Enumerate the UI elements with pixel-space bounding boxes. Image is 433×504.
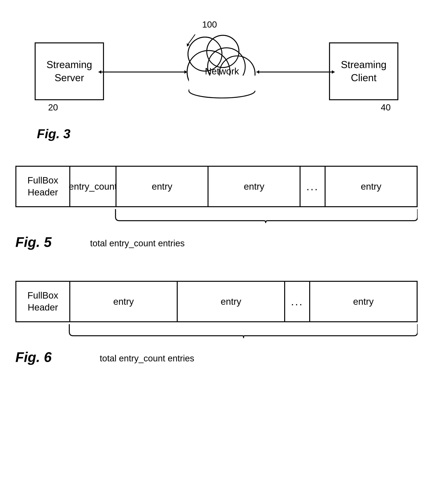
fig5-entry2-label: entry [244,181,264,192]
svg-marker-1 [187,43,190,47]
svg-point-5 [207,35,239,67]
fig5-entrycount-label: entry_count [69,181,117,192]
label-40: 40 [381,102,391,113]
fig5-label: Fig. 5 [15,234,52,250]
svg-point-7 [191,48,253,91]
fig5-dots-label: ... [306,180,319,193]
streaming-client-label: StreamingClient [341,58,387,84]
fig6-entry2-cell: entry [178,282,285,321]
label-60: 60 [212,88,222,98]
fig6-section: FullBoxHeader entry entry ... entry Fig. [15,281,418,365]
svg-point-10 [188,37,222,71]
fig5-entry-last-cell: entry [326,167,417,206]
fig6-dots-label: ... [291,295,303,308]
streaming-server-label: StreamingServer [47,58,92,84]
fig6-entry1-cell: entry [70,282,178,321]
svg-point-4 [188,37,222,71]
page-container: 100 StreamingServer 20 StreamingClient 4… [0,0,433,504]
fig5-brace-container [15,207,418,232]
fig5-entry-last-label: entry [361,181,381,192]
streaming-client-box: StreamingClient [329,42,398,100]
fig5-caption: total entry_count entries [90,238,185,248]
fig6-dots-cell: ... [285,282,310,321]
fig5-entry1-cell: entry [116,167,208,206]
svg-rect-13 [189,76,257,93]
svg-point-8 [187,51,230,93]
svg-point-14 [189,84,255,98]
fig6-fullbox-cell: FullBoxHeader [16,282,70,321]
svg-point-2 [187,51,230,93]
fig3-section: 100 StreamingServer 20 StreamingClient 4… [15,12,418,150]
svg-marker-21 [184,70,187,74]
svg-line-0 [188,34,195,44]
fig6-bottom-row: Fig. 6 total entry_count entries [15,347,418,365]
fig6-brace-svg [15,322,418,347]
fig5-box-row: FullBoxHeader entry_count entry entry ..… [15,166,418,207]
fig5-entry2-cell: entry [208,167,301,206]
streaming-server-box: StreamingServer [35,42,104,100]
fig5-fullbox-cell: FullBoxHeader [16,167,70,206]
fig5-entry1-label: entry [152,181,172,192]
fig6-brace-container [15,322,418,347]
fig6-caption: total entry_count entries [100,353,194,363]
svg-rect-15 [190,77,256,91]
svg-marker-23 [256,70,259,74]
label-20: 20 [48,102,58,113]
fig5-section: FullBoxHeader entry_count entry entry ..… [15,166,418,250]
label-100: 100 [202,19,217,30]
network-cloud-shape: Network [187,35,257,98]
svg-point-9 [208,48,245,85]
fig5-dots-cell: ... [301,167,326,206]
fig6-fullbox-label: FullBoxHeader [27,289,58,314]
svg-point-3 [208,48,245,85]
fig5-fullbox-label: FullBoxHeader [27,174,58,198]
svg-point-11 [207,35,239,67]
svg-point-12 [219,56,255,92]
fig6-box-row: FullBoxHeader entry entry ... entry [15,281,418,322]
fig5-bottom-row: Fig. 5 total entry_count entries [15,232,418,250]
fig5-entrycount-cell: entry_count [70,167,116,206]
svg-point-6 [219,56,255,92]
fig6-label: Fig. 6 [15,349,52,365]
svg-text:Network: Network [205,66,239,76]
fig5-brace-svg [15,207,418,232]
fig6-entry1-label: entry [113,296,134,307]
fig6-entry-last-label: entry [353,296,374,307]
fig6-entry2-label: entry [221,296,241,307]
svg-text:Fig. 3: Fig. 3 [37,126,70,141]
fig6-entry-last-cell: entry [310,282,417,321]
